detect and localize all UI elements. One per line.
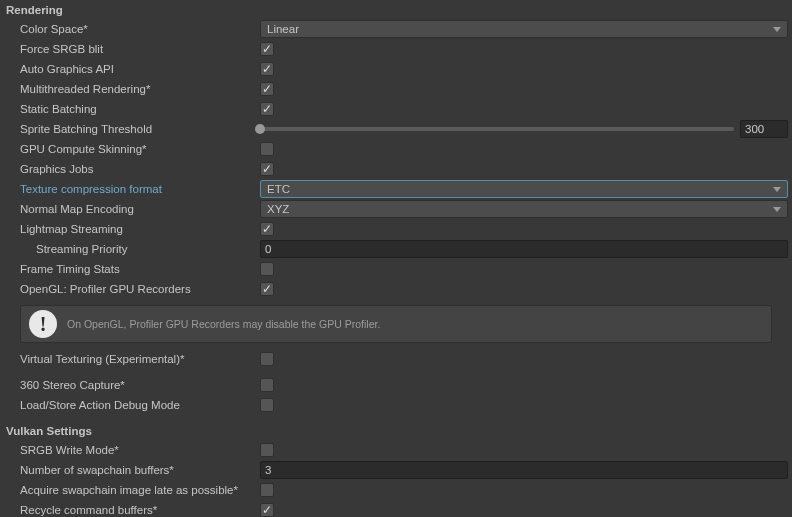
row-acquire-late: Acquire swapchain image late as possible… — [0, 480, 792, 500]
label-frame-timing-stats: Frame Timing Stats — [20, 263, 260, 275]
row-force-srgb-blit: Force SRGB blit — [0, 39, 792, 59]
label-gpu-compute-skinning: GPU Compute Skinning* — [20, 143, 260, 155]
row-srgb-write-mode: SRGB Write Mode* — [0, 440, 792, 460]
checkbox-static-batching[interactable] — [260, 102, 274, 116]
dropdown-value: Linear — [267, 23, 773, 35]
label-swapchain-buffers: Number of swapchain buffers* — [20, 464, 260, 476]
checkbox-acquire-late[interactable] — [260, 483, 274, 497]
checkbox-graphics-jobs[interactable] — [260, 162, 274, 176]
label-srgb-write-mode: SRGB Write Mode* — [20, 444, 260, 456]
label-lightmap-streaming: Lightmap Streaming — [20, 223, 260, 235]
label-sprite-batching-threshold: Sprite Batching Threshold — [20, 123, 260, 135]
dropdown-value: ETC — [267, 183, 773, 195]
chevron-down-icon — [773, 27, 781, 32]
row-virtual-texturing: Virtual Texturing (Experimental)* — [0, 349, 792, 369]
info-message: On OpenGL, Profiler GPU Recorders may di… — [67, 318, 380, 330]
checkbox-frame-timing-stats[interactable] — [260, 262, 274, 276]
row-multithreaded-rendering: Multithreaded Rendering* — [0, 79, 792, 99]
label-normal-map-encoding: Normal Map Encoding — [20, 203, 260, 215]
label-graphics-jobs: Graphics Jobs — [20, 163, 260, 175]
info-box-opengl-profiler: ! On OpenGL, Profiler GPU Recorders may … — [20, 305, 772, 343]
checkbox-lightmap-streaming[interactable] — [260, 222, 274, 236]
checkbox-srgb-write-mode[interactable] — [260, 443, 274, 457]
chevron-down-icon — [773, 207, 781, 212]
row-color-space: Color Space* Linear — [0, 19, 792, 39]
slider-thumb[interactable] — [255, 124, 265, 134]
dropdown-texture-compression[interactable]: ETC — [260, 180, 788, 198]
input-sprite-batching-threshold[interactable] — [740, 120, 788, 138]
checkbox-auto-graphics-api[interactable] — [260, 62, 274, 76]
checkbox-opengl-profiler-recorders[interactable] — [260, 282, 274, 296]
row-lightmap-streaming: Lightmap Streaming — [0, 219, 792, 239]
row-texture-compression: Texture compression format ETC — [0, 179, 792, 199]
dropdown-color-space[interactable]: Linear — [260, 20, 788, 38]
checkbox-force-srgb-blit[interactable] — [260, 42, 274, 56]
input-swapchain-buffers[interactable] — [260, 461, 788, 479]
dropdown-value: XYZ — [267, 203, 773, 215]
row-opengl-profiler-recorders: OpenGL: Profiler GPU Recorders — [0, 279, 792, 299]
row-load-store-debug: Load/Store Action Debug Mode — [0, 395, 792, 415]
label-auto-graphics-api: Auto Graphics API — [20, 63, 260, 75]
input-streaming-priority[interactable] — [260, 240, 788, 258]
row-gpu-compute-skinning: GPU Compute Skinning* — [0, 139, 792, 159]
checkbox-load-store-debug[interactable] — [260, 398, 274, 412]
label-force-srgb-blit: Force SRGB blit — [20, 43, 260, 55]
label-recycle-command-buffers: Recycle command buffers* — [20, 504, 260, 516]
row-static-batching: Static Batching — [0, 99, 792, 119]
section-header-vulkan: Vulkan Settings — [0, 421, 792, 440]
slider-sprite-batching-threshold[interactable] — [260, 127, 734, 131]
label-multithreaded-rendering: Multithreaded Rendering* — [20, 83, 260, 95]
row-streaming-priority: Streaming Priority — [0, 239, 792, 259]
label-load-store-debug: Load/Store Action Debug Mode — [20, 399, 260, 411]
checkbox-recycle-command-buffers[interactable] — [260, 503, 274, 517]
checkbox-multithreaded-rendering[interactable] — [260, 82, 274, 96]
label-360-stereo-capture: 360 Stereo Capture* — [20, 379, 260, 391]
info-icon: ! — [29, 310, 57, 338]
section-header-rendering: Rendering — [0, 0, 792, 19]
label-streaming-priority: Streaming Priority — [36, 243, 260, 255]
label-opengl-profiler-recorders: OpenGL: Profiler GPU Recorders — [20, 283, 260, 295]
row-360-stereo-capture: 360 Stereo Capture* — [0, 375, 792, 395]
checkbox-360-stereo-capture[interactable] — [260, 378, 274, 392]
row-frame-timing-stats: Frame Timing Stats — [0, 259, 792, 279]
label-static-batching: Static Batching — [20, 103, 260, 115]
label-virtual-texturing: Virtual Texturing (Experimental)* — [20, 353, 260, 365]
label-color-space: Color Space* — [20, 23, 260, 35]
dropdown-normal-map-encoding[interactable]: XYZ — [260, 200, 788, 218]
label-acquire-late: Acquire swapchain image late as possible… — [20, 484, 260, 496]
row-graphics-jobs: Graphics Jobs — [0, 159, 792, 179]
row-auto-graphics-api: Auto Graphics API — [0, 59, 792, 79]
chevron-down-icon — [773, 187, 781, 192]
checkbox-gpu-compute-skinning[interactable] — [260, 142, 274, 156]
row-sprite-batching-threshold: Sprite Batching Threshold — [0, 119, 792, 139]
checkbox-virtual-texturing[interactable] — [260, 352, 274, 366]
label-texture-compression: Texture compression format — [20, 183, 260, 195]
row-normal-map-encoding: Normal Map Encoding XYZ — [0, 199, 792, 219]
row-swapchain-buffers: Number of swapchain buffers* — [0, 460, 792, 480]
row-recycle-command-buffers: Recycle command buffers* — [0, 500, 792, 517]
